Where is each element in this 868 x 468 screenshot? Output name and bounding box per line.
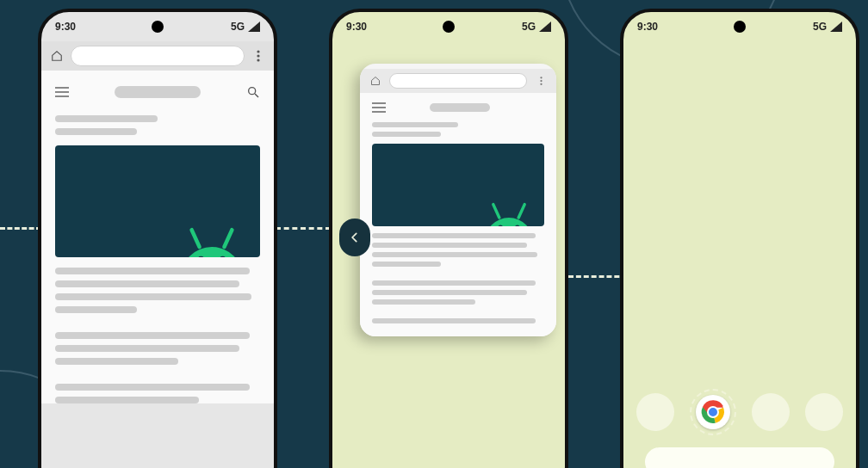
camera-notch — [443, 21, 455, 33]
flow-dash-1 — [0, 227, 41, 230]
status-time: 9:30 — [55, 21, 76, 33]
status-network: 5G — [522, 21, 536, 33]
phone-browser: 9:30 5G — [38, 9, 277, 468]
page-title-placeholder — [115, 86, 201, 98]
text-line — [372, 243, 527, 248]
signal-icon — [830, 22, 842, 32]
text-line — [55, 280, 239, 287]
browser-toolbar — [41, 41, 274, 71]
svg-line-4 — [255, 94, 258, 97]
dock-app-1[interactable] — [636, 393, 674, 431]
hero-image — [372, 144, 544, 226]
text-line — [372, 122, 458, 127]
home-icon[interactable] — [50, 49, 64, 63]
text-line — [372, 280, 536, 286]
android-robot-icon — [172, 216, 251, 257]
camera-notch — [152, 21, 164, 33]
text-line — [372, 318, 536, 323]
text-line — [55, 358, 178, 365]
text-line — [55, 397, 199, 403]
status-network: 5G — [813, 21, 827, 33]
back-button[interactable] — [339, 219, 370, 256]
svg-point-0 — [257, 50, 259, 52]
chrome-app-icon[interactable] — [696, 395, 730, 429]
svg-point-2 — [257, 58, 259, 61]
text-line — [55, 293, 251, 300]
hamburger-icon[interactable] — [55, 87, 69, 97]
search-icon[interactable] — [246, 85, 260, 99]
dock-app-3[interactable] — [752, 393, 790, 431]
address-bar[interactable] — [71, 46, 245, 66]
phone-overview: 9:30 5G — [329, 9, 568, 468]
phone-home: 9:30 5G — [620, 9, 859, 468]
page-title-placeholder — [430, 103, 490, 112]
svg-line-13 — [518, 205, 524, 218]
svg-point-3 — [249, 88, 256, 95]
card-page-content — [360, 93, 556, 336]
svg-line-6 — [224, 230, 232, 247]
text-line — [372, 262, 441, 267]
focused-app-ring — [690, 389, 736, 435]
svg-point-1 — [257, 54, 259, 57]
status-time: 9:30 — [346, 21, 367, 33]
address-bar — [389, 73, 527, 89]
web-page-content — [41, 71, 274, 403]
status-time: 9:30 — [637, 21, 658, 33]
home-search-bar[interactable] — [645, 447, 834, 468]
text-line — [372, 252, 537, 257]
svg-point-11 — [540, 83, 542, 85]
signal-icon — [539, 22, 551, 32]
dock-app-4[interactable] — [805, 393, 843, 431]
text-line — [55, 268, 250, 274]
chevron-left-icon — [349, 231, 361, 244]
text-line — [372, 299, 475, 305]
text-line — [55, 128, 137, 135]
android-robot-icon — [479, 194, 539, 226]
text-line — [372, 132, 441, 137]
text-line — [372, 290, 527, 295]
svg-line-5 — [192, 230, 200, 247]
card-toolbar — [360, 69, 556, 93]
flow-dash-2 — [276, 227, 331, 230]
hamburger-icon — [372, 102, 386, 113]
more-icon[interactable] — [251, 49, 265, 63]
status-network: 5G — [231, 21, 245, 33]
svg-point-9 — [540, 77, 542, 78]
svg-point-10 — [540, 80, 542, 82]
home-dock — [623, 389, 856, 468]
more-icon — [534, 74, 548, 88]
text-line — [55, 115, 158, 122]
home-icon — [369, 74, 382, 88]
svg-line-12 — [493, 205, 499, 218]
text-line — [372, 233, 536, 238]
text-line — [55, 306, 137, 313]
text-line — [55, 345, 239, 352]
signal-icon — [248, 22, 260, 32]
hero-image — [55, 145, 260, 257]
text-line — [55, 384, 250, 391]
recents-card[interactable] — [360, 64, 556, 336]
text-line — [55, 332, 250, 339]
camera-notch — [734, 21, 746, 33]
